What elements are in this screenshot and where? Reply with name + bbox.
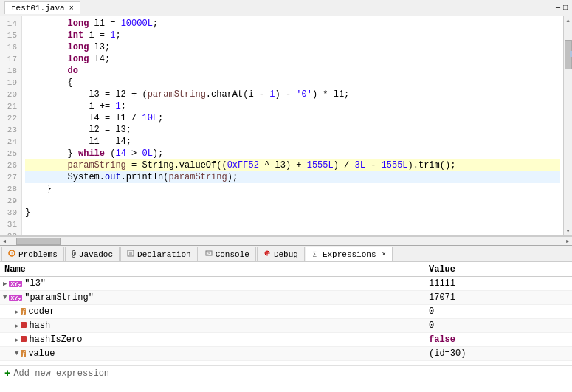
declaration-tab-icon <box>127 250 134 259</box>
panel-tab-console[interactable]: >_Console <box>199 247 256 261</box>
row-name-col: ▶ hash <box>0 320 424 331</box>
collapse-icon[interactable]: ▼ <box>15 350 18 357</box>
code-line-18: do <box>25 65 560 77</box>
panel-tabs: !Problems@JavadocDeclaration>_ConsoleDeb… <box>0 246 572 262</box>
row-value-col: 0 <box>424 320 572 331</box>
h-scroll-track[interactable] <box>9 238 563 245</box>
panel-tab-problems[interactable]: !Problems <box>1 247 64 261</box>
expressions-content: Name Value ▶XYZ "l3"11111▼XYZ "paramStri… <box>0 262 572 380</box>
scroll-down-arrow[interactable]: ▼ <box>564 227 573 235</box>
col-value-header: Value <box>424 264 572 275</box>
row-name-label: "l3" <box>24 278 46 289</box>
add-icon: + <box>4 368 10 379</box>
scroll-mini-map <box>570 51 572 57</box>
code-line-22: l4 = l1 / 10L; <box>25 112 560 124</box>
expressions-tab-close[interactable]: × <box>382 251 386 258</box>
expressions-tab-label: Expressions <box>323 250 376 259</box>
expand-icon[interactable]: ▶ <box>15 336 18 344</box>
code-line-27: System.out.println(paramString); <box>25 171 560 183</box>
row-name-col: ▶XYZ "l3" <box>0 278 424 289</box>
row-value: 0 <box>429 306 434 317</box>
row-name-col: ▼f value <box>0 348 424 359</box>
svg-text:!: ! <box>10 251 13 257</box>
code-line-17: long l4; <box>25 53 560 65</box>
col-name-header: Name <box>0 264 424 275</box>
type-icon: f <box>21 306 26 317</box>
add-expression-row[interactable]: + Add new expression <box>0 365 572 380</box>
scroll-track[interactable] <box>565 25 572 227</box>
code-line-32 <box>25 230 560 235</box>
scroll-up-arrow[interactable]: ▲ <box>564 16 573 25</box>
table-row[interactable]: ▶f coder0 <box>0 305 572 319</box>
debug-tab-icon <box>263 250 271 259</box>
add-expression-label: Add new expression <box>13 368 109 379</box>
declaration-tab-label: Declaration <box>137 250 191 259</box>
code-line-31 <box>25 219 560 230</box>
code-line-19: { <box>25 77 560 89</box>
editor-scrollbar[interactable]: ▲ ▼ <box>563 16 572 235</box>
code-line-23: l2 = l3; <box>25 124 560 136</box>
row-name-label: coder <box>28 306 55 317</box>
type-icon: XYZ <box>9 278 22 289</box>
code-line-25: } while (14 > 0L); <box>25 148 560 159</box>
type-icon: XYZ <box>9 292 22 303</box>
console-tab-label: Console <box>216 250 249 259</box>
row-name-label: "paramString" <box>24 292 94 303</box>
table-row[interactable]: ▼XYZ "paramString"17071 <box>0 291 572 305</box>
problems-tab-label: Problems <box>18 250 58 259</box>
row-value-col: 17071 <box>424 292 572 303</box>
code-line-15: int i = 1; <box>25 30 560 41</box>
editor-tab[interactable]: test01.java × <box>4 1 80 14</box>
code-line-14: long l1 = 10000L; <box>25 18 560 30</box>
editor-tab-close[interactable]: × <box>69 4 74 13</box>
table-row[interactable]: ▶XYZ "l3"11111 <box>0 277 572 291</box>
row-value: 17071 <box>429 292 455 303</box>
title-bar: test01.java × — □ <box>0 0 572 16</box>
code-area[interactable]: long l1 = 10000L; int i = 1; long l3; lo… <box>22 16 563 235</box>
type-icon <box>21 320 27 331</box>
panel-tab-javadoc[interactable]: @Javadoc <box>65 247 120 261</box>
row-name-col: ▶f coder <box>0 306 424 317</box>
collapse-icon[interactable]: ▼ <box>3 294 7 301</box>
code-line-26: paramString = String.valueOf((0xFF52 ^ l… <box>25 159 560 171</box>
panel-tab-expressions[interactable]: ∑Expressions× <box>306 247 393 261</box>
expand-icon[interactable]: ▶ <box>15 308 18 316</box>
window-controls: — □ <box>556 4 568 12</box>
row-value-col: (id=30) <box>424 348 572 359</box>
javadoc-tab-icon: @ <box>72 250 76 258</box>
row-name-label: hashIsZero <box>29 334 82 345</box>
panel-tab-declaration[interactable]: Declaration <box>120 247 198 261</box>
code-line-28: } <box>25 183 560 195</box>
code-line-20: l3 = l2 + (paramString.charAt(i - 1) - '… <box>25 89 560 100</box>
expand-icon[interactable]: ▶ <box>15 322 18 330</box>
panel-tab-debug[interactable]: Debug <box>257 247 305 261</box>
type-icon: f <box>21 348 26 359</box>
row-value: 0 <box>429 320 434 331</box>
h-scroll-left[interactable]: ◄ <box>0 237 9 246</box>
row-value-col: 0 <box>424 306 572 317</box>
editor: 14151617181920212223242526272829303132 l… <box>0 16 572 236</box>
horizontal-scrollbar[interactable]: ◄ ► <box>0 236 572 245</box>
editor-tab-label: test01.java <box>11 4 65 13</box>
svg-rect-2 <box>128 250 134 256</box>
table-row[interactable]: ▶ hash0 <box>0 319 572 333</box>
code-line-16: long l3; <box>25 41 560 53</box>
minimize-button[interactable]: — <box>556 4 560 12</box>
restore-button[interactable]: □ <box>563 4 568 12</box>
row-name-label: value <box>28 348 55 359</box>
code-line-29 <box>25 195 560 207</box>
code-line-21: i += 1; <box>25 100 560 112</box>
line-numbers: 14151617181920212223242526272829303132 <box>0 16 22 235</box>
row-value-col: false <box>424 334 572 345</box>
row-value-col: 11111 <box>424 278 572 289</box>
h-scroll-right[interactable]: ► <box>563 237 572 246</box>
h-scroll-thumb[interactable] <box>16 238 61 245</box>
expand-icon[interactable]: ▶ <box>3 280 7 288</box>
row-name-col: ▼XYZ "paramString" <box>0 292 424 303</box>
bottom-panel: !Problems@JavadocDeclaration>_ConsoleDeb… <box>0 245 572 380</box>
table-row[interactable]: ▶ hashIsZerofalse <box>0 333 572 347</box>
table-row[interactable]: ▼f value(id=30) <box>0 347 572 361</box>
svg-text:>_: >_ <box>207 251 213 256</box>
javadoc-tab-label: Javadoc <box>79 250 113 259</box>
debug-tab-label: Debug <box>274 250 298 259</box>
